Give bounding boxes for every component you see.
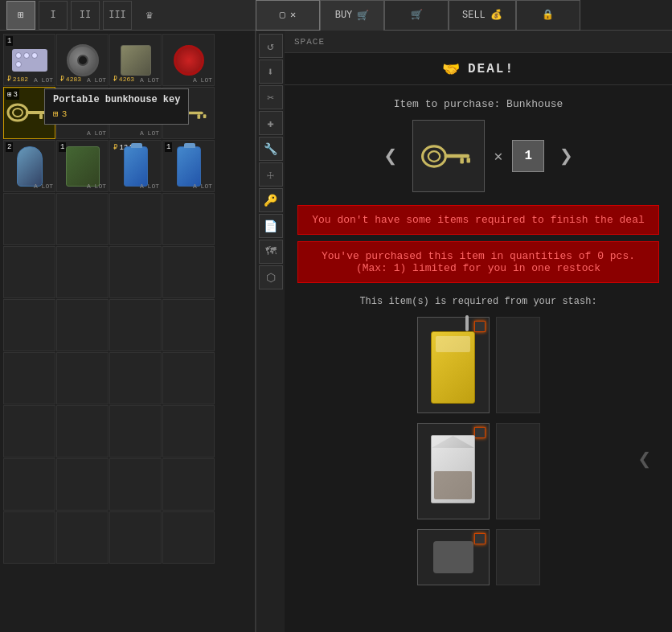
purchase-row: ❮ ✕ 1 ❯ (297, 120, 659, 192)
inv-cell-38[interactable] (56, 511, 109, 564)
label-7: A LOT (140, 129, 159, 137)
trade-tabs: ▢ ✕ BUY 🛒 🛒 SELL 💰 🔒 (256, 0, 672, 31)
sidebar-btn-add[interactable]: ✚ (259, 111, 283, 135)
tab-insure[interactable]: 🔒 (516, 0, 580, 31)
inv-cell-3[interactable]: ₽4263 A LOT (109, 34, 162, 86)
inv-cell-26[interactable] (56, 352, 109, 404)
inventory-panel: 1 ₽2182 A LOT (0, 31, 256, 632)
inv-cell-7[interactable]: A LOT (109, 87, 162, 139)
inv-cell-32[interactable] (162, 405, 215, 458)
sidebar-btn-scissors[interactable]: ✂ (259, 85, 283, 109)
inv-cell-24[interactable] (162, 299, 215, 351)
inv-cell-2[interactable]: ₽4283 A LOT (56, 34, 109, 86)
inv-cell-30[interactable] (56, 405, 109, 458)
label-11: A LOT (140, 183, 159, 190)
tab-cart2[interactable]: 🛒 (384, 0, 449, 31)
tab-buy[interactable]: BUY 🛒 (320, 0, 384, 31)
stash-nav-right[interactable]: ❮ (637, 445, 651, 473)
inv-cell-15[interactable] (109, 193, 162, 245)
cart2-icon: 🛒 (411, 9, 423, 21)
stash-item-row-2 (417, 423, 540, 519)
inv-cell-20[interactable] (162, 246, 215, 298)
nav-arrow-right[interactable]: ❯ (554, 124, 578, 188)
sidebar-btn-map[interactable]: 🗺 (259, 240, 283, 264)
label-6: A LOT (87, 129, 106, 137)
stash-item-row-1 (417, 317, 540, 413)
svg-rect-8 (197, 114, 200, 118)
stash-items: ❮ (297, 317, 659, 585)
insure-icon: 🔒 (542, 9, 554, 21)
main-area: 1 ₽2182 A LOT (0, 31, 672, 632)
top-bar: ⊞ I II III ♛ ▢ ✕ BUY 🛒 🛒 SELL 💰 🔒 (0, 0, 672, 31)
tab-roman-3[interactable]: III (103, 1, 132, 30)
inv-cell-36[interactable] (162, 458, 215, 511)
inv-cell-14[interactable] (56, 193, 109, 245)
inv-cell-33[interactable] (3, 458, 55, 511)
tab-sell[interactable]: SELL 💰 (449, 0, 516, 31)
sidebar-btn-key[interactable]: 🔑 (259, 188, 283, 212)
inv-cell-16[interactable] (162, 193, 215, 245)
count-icon-5: ⊞ (7, 90, 11, 99)
label-2: A LOT (87, 76, 106, 84)
inv-cell-5[interactable]: ⊞ 3 (3, 87, 55, 139)
inv-cell-13[interactable] (3, 193, 55, 245)
inv-cell-39[interactable] (109, 511, 162, 564)
inv-cell-23[interactable] (109, 299, 162, 351)
inv-cell-17[interactable] (3, 246, 55, 298)
sidebar-btn-tools[interactable]: 🔧 (259, 137, 283, 161)
top-bar-spacer (580, 0, 672, 31)
label-12: A LOT (193, 183, 212, 190)
sidebar-btn-hex[interactable]: ⬡ (259, 265, 283, 289)
tab-grid[interactable]: ⊞ (6, 1, 35, 30)
item-purchase-label: Item to purchase: Bunkhouse (297, 98, 659, 110)
inv-cell-35[interactable] (109, 458, 162, 511)
nav-arrow-left[interactable]: ❮ (379, 124, 403, 188)
inv-cell-6[interactable]: A LOT (56, 87, 109, 139)
item-count-10: 1 (59, 142, 66, 152)
key-item-box (412, 120, 485, 192)
sidebar-btn-refresh[interactable]: ↺ (259, 34, 283, 58)
inv-cell-22[interactable] (56, 299, 109, 351)
tab-roman-2[interactable]: II (71, 1, 100, 30)
inv-cell-4[interactable]: A LOT (162, 34, 215, 86)
inv-cell-1[interactable]: 1 ₽2182 A LOT (3, 34, 55, 86)
svg-point-6 (173, 109, 182, 116)
stash-item-1[interactable] (417, 317, 490, 413)
inv-cell-29[interactable] (3, 405, 55, 458)
inv-cell-34[interactable] (56, 458, 109, 511)
inv-cell-8[interactable]: 6 (162, 87, 215, 139)
count-val-10: 1 (60, 143, 64, 151)
item-count-9: 2 (6, 142, 13, 152)
sidebar-btn-filter[interactable]: ⬇ (259, 60, 283, 84)
svg-rect-12 (444, 154, 469, 158)
inv-grid-inner: 1 ₽2182 A LOT (0, 31, 255, 567)
inv-cell-21[interactable] (3, 299, 55, 351)
inv-cell-9[interactable]: 2 A LOT (3, 140, 55, 192)
water-bottle-2 (177, 146, 201, 187)
inv-cell-37[interactable] (3, 511, 55, 564)
tab-crown[interactable]: ♛ (135, 1, 164, 30)
inv-cell-12[interactable]: 1 A LOT (162, 140, 215, 192)
wire-item (174, 45, 204, 76)
inv-cell-31[interactable] (109, 405, 162, 458)
stash-item-placeholder-1 (496, 317, 540, 413)
tab-roman-1[interactable]: I (39, 1, 68, 30)
inv-cell-28[interactable] (162, 352, 215, 404)
inv-cell-27[interactable] (109, 352, 162, 404)
inv-cell-25[interactable] (3, 352, 55, 404)
stash-item-2[interactable] (417, 423, 490, 519)
tab-window-icon[interactable]: ▢ ✕ (256, 0, 320, 31)
green-pack-item (66, 146, 100, 187)
sidebar-btn-medkit[interactable]: ☩ (259, 162, 283, 187)
handshake-icon: 🤝 (442, 60, 460, 78)
inv-cell-19[interactable] (109, 246, 162, 298)
stash-item-3[interactable] (417, 529, 490, 585)
window-icon: ▢ (280, 9, 285, 21)
svg-rect-2 (26, 111, 46, 114)
sidebar-btn-doc[interactable]: 📄 (259, 214, 283, 238)
rope-item (17, 146, 43, 187)
inv-cell-10[interactable]: 1 A LOT (56, 140, 109, 192)
inv-cell-11[interactable]: ₽ 12401 A LOT (109, 140, 162, 192)
inv-cell-18[interactable] (56, 246, 109, 298)
inv-cell-40[interactable] (162, 511, 215, 564)
